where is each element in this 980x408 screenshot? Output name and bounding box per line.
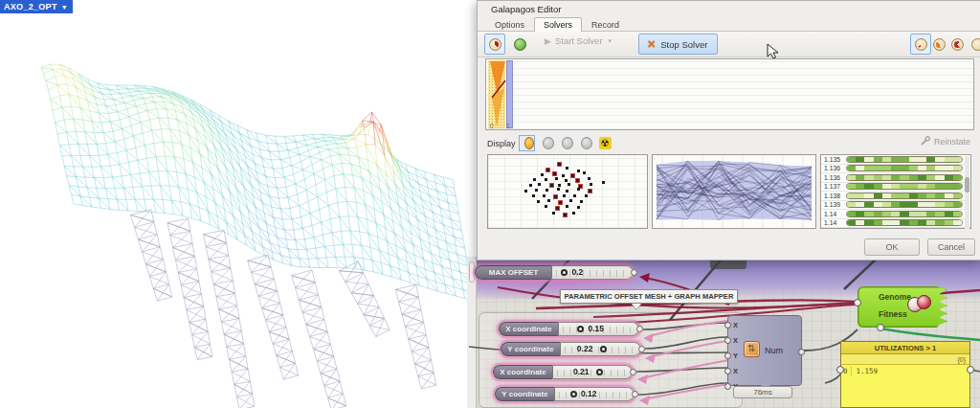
solution-dot-selected[interactable]	[552, 171, 557, 176]
solution-dot[interactable]	[566, 167, 568, 170]
tab-solvers[interactable]: Solvers	[534, 17, 582, 32]
utilizations-panel[interactable]: UTILIZATIONS > 1 {0} 0 1.159	[840, 341, 970, 408]
ok-button[interactable]: OK	[864, 238, 920, 256]
solution-dot[interactable]	[547, 199, 550, 202]
slider-track[interactable]: 0.2	[551, 265, 634, 280]
x-coordinate-slider-2[interactable]: X coordinate0.21	[493, 365, 633, 379]
evolutionary-solver-button[interactable]	[509, 34, 530, 55]
galapagos-component[interactable]: Genome Fitness	[858, 286, 947, 328]
solution-row[interactable]: 1.14	[821, 210, 970, 219]
solution-dot[interactable]	[566, 190, 568, 193]
start-solver-button[interactable]: ▶ Start Solver ▾	[545, 35, 612, 46]
slider-knob[interactable]	[596, 369, 603, 375]
solution-dot[interactable]	[532, 194, 535, 197]
genome-input-nub[interactable]	[854, 299, 861, 306]
speed-slow-button[interactable]	[947, 34, 968, 55]
panel-input-nub[interactable]	[836, 366, 844, 374]
speed-off-button[interactable]	[967, 34, 980, 55]
solution-row[interactable]: 1.135	[821, 155, 970, 165]
solution-row[interactable]: 1.136	[821, 173, 970, 183]
num-component[interactable]: Num XXYXY	[727, 315, 802, 386]
solution-dot-selected[interactable]	[549, 183, 554, 188]
solution-dot[interactable]	[533, 178, 536, 181]
solution-dot-selected[interactable]	[553, 194, 558, 199]
solution-dot-selected[interactable]	[555, 206, 560, 211]
solution-dot[interactable]	[573, 194, 576, 197]
reinstate-button[interactable]: Reinstate	[920, 136, 970, 147]
display-mode-2-button[interactable]	[538, 135, 554, 151]
slider-output-nub[interactable]	[638, 346, 645, 352]
solution-dot[interactable]	[602, 181, 605, 184]
slider-track[interactable]: 0.21	[552, 365, 633, 379]
panel-output-nub[interactable]	[967, 366, 974, 374]
solution-dot[interactable]	[541, 173, 544, 176]
solution-dot[interactable]	[583, 171, 586, 174]
solution-dot-selected[interactable]	[546, 168, 550, 172]
solution-dot[interactable]	[555, 177, 558, 180]
display-mode-1-button[interactable]	[519, 135, 535, 151]
scrollbar[interactable]	[965, 156, 969, 229]
slider-knob[interactable]	[600, 346, 607, 352]
solution-dot[interactable]	[543, 194, 546, 197]
solution-dot[interactable]	[563, 194, 566, 197]
solution-row[interactable]: 1.139	[821, 201, 970, 211]
slider-track[interactable]: 0.12	[554, 387, 635, 401]
genome-graph-panel[interactable]	[652, 154, 816, 229]
solution-dot[interactable]	[546, 189, 548, 192]
solution-dot[interactable]	[545, 178, 547, 181]
solution-dot-selected[interactable]	[563, 213, 568, 217]
slider-track[interactable]: 0.15	[558, 322, 639, 336]
stop-solver-button[interactable]: ✕ Stop Solver	[638, 34, 718, 55]
scrollbar-thumb[interactable]	[965, 177, 969, 193]
solution-dot[interactable]	[524, 190, 527, 193]
solution-dot[interactable]	[585, 194, 588, 197]
slider-output-nub[interactable]	[632, 391, 638, 397]
num-output-nub[interactable]	[798, 349, 805, 355]
num-input-nub[interactable]	[724, 337, 731, 344]
num-input-nub[interactable]	[724, 322, 731, 329]
solution-dot[interactable]	[588, 177, 590, 180]
display-mode-4-button[interactable]	[576, 135, 592, 151]
solution-dot[interactable]	[529, 184, 532, 187]
y-coordinate-slider-1[interactable]: Y coordinate0.22	[501, 342, 641, 356]
num-input-nub[interactable]	[724, 352, 731, 359]
solution-dot[interactable]	[566, 205, 568, 208]
solution-dot[interactable]	[577, 188, 580, 191]
solution-dot-selected[interactable]	[575, 178, 580, 183]
slider-output-nub[interactable]	[631, 269, 637, 276]
solution-dot-selected[interactable]	[588, 189, 592, 193]
slider-output-nub[interactable]	[636, 326, 643, 332]
solution-dot[interactable]	[568, 183, 570, 186]
solution-row[interactable]: 1.137	[821, 183, 970, 193]
solution-dot[interactable]	[572, 212, 575, 215]
solution-dot[interactable]	[590, 183, 592, 186]
solution-dot[interactable]	[545, 205, 547, 208]
solution-dot[interactable]	[538, 183, 541, 186]
genome-output-nub[interactable]	[877, 324, 884, 331]
solution-dot[interactable]	[535, 189, 538, 192]
radioactive-icon[interactable]: ☢	[599, 137, 612, 149]
y-coordinate-slider-2[interactable]: Y coordinate0.12	[495, 387, 635, 401]
solution-dot[interactable]	[577, 170, 580, 172]
viewport-title[interactable]: AXO_2_OPT ▼	[0, 0, 73, 13]
slider-knob[interactable]	[561, 269, 568, 276]
solution-row[interactable]: 1.136	[821, 165, 970, 174]
gauge-solver-button[interactable]	[484, 34, 505, 55]
solution-dot[interactable]	[558, 184, 561, 187]
population-scatter-panel[interactable]	[487, 154, 648, 229]
solution-dot[interactable]	[537, 200, 540, 203]
cancel-button[interactable]: Cancel	[927, 238, 975, 256]
display-mode-3-button[interactable]	[557, 135, 573, 151]
slider-output-nub[interactable]	[630, 369, 636, 375]
solution-dot[interactable]	[569, 199, 572, 202]
tab-record[interactable]: Record	[582, 17, 629, 31]
num-input-nub[interactable]	[724, 383, 731, 390]
slider-knob[interactable]	[570, 391, 577, 397]
x-coordinate-slider-1[interactable]: X coordinate0.15	[499, 322, 639, 336]
solution-row[interactable]: 1.138	[821, 192, 970, 201]
solution-dot-selected[interactable]	[557, 162, 562, 167]
solution-dot[interactable]	[562, 174, 565, 177]
solution-dot[interactable]	[580, 200, 583, 203]
slider-track[interactable]: 0.22	[560, 342, 641, 356]
num-input-nub[interactable]	[724, 368, 731, 374]
